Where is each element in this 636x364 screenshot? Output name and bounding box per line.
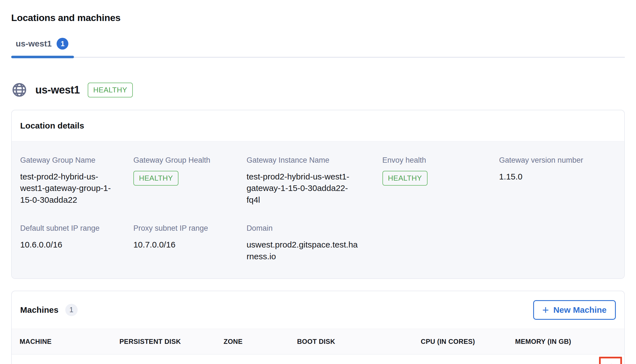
field-label: Gateway Instance Name: [247, 156, 360, 165]
location-header: us-west1 HEALTHY: [11, 82, 625, 98]
envoy-health-badge: HEALTHY: [382, 171, 428, 186]
details-row-2: Default subnet IP range 10.6.0.0/16 Prox…: [20, 224, 616, 262]
page: Locations and machines us-west1 1 us-wes…: [0, 0, 636, 364]
col-boot-disk: BOOT DISK: [289, 329, 413, 354]
trash-icon: [604, 361, 617, 364]
cell-memory: 8: [507, 354, 591, 364]
cell-cpu: 2: [413, 354, 507, 364]
machines-title: Machines: [20, 305, 59, 315]
tab-label: us-west1: [16, 39, 52, 48]
field-value: uswest.prod2.gitspace.test.harness.io: [247, 239, 360, 262]
machines-count-badge: 1: [65, 304, 78, 316]
field-value: 1.15.0: [499, 171, 593, 182]
field-value: test-prod2-hybrid-us-west1-gateway-group…: [20, 171, 111, 206]
location-name: us-west1: [35, 84, 80, 96]
col-memory: MEMORY (IN GB): [507, 329, 591, 354]
tab-us-west1[interactable]: us-west1 1: [11, 38, 74, 57]
location-details-body: Gateway Group Name test-prod2-hybrid-us-…: [12, 141, 624, 278]
col-machine: MACHINE: [12, 329, 112, 354]
field-gateway-group-health: Gateway Group Health HEALTHY: [133, 156, 247, 206]
tab-count-badge: 1: [57, 38, 68, 50]
cell-zone: us-west1-a: [216, 354, 289, 364]
globe-icon: [11, 82, 27, 98]
tabs-bar: us-west1 1: [11, 38, 625, 58]
annotation-highlight-box: [599, 357, 622, 364]
new-machine-label: New Machine: [553, 305, 607, 315]
new-machine-button[interactable]: + New Machine: [533, 300, 616, 320]
field-value: test-prod2-hybrid-us-west1-gateway-1-15-…: [247, 171, 360, 206]
field-envoy-health: Envoy health HEALTHY: [382, 156, 499, 206]
location-details-header: Location details: [12, 110, 624, 141]
field-label: Gateway version number: [499, 156, 593, 165]
machines-card: Machines 1 + New Machine MACHINE PERSIST…: [11, 291, 625, 364]
cell-boot-disk: 30GB (pd-standard): [289, 354, 413, 364]
table-header-row: MACHINE PERSISTENT DISK ZONE BOOT DISK C…: [12, 329, 624, 354]
field-label: Default subnet IP range: [20, 224, 111, 233]
col-actions: [591, 329, 624, 354]
field-gateway-instance-name: Gateway Instance Name test-prod2-hybrid-…: [247, 156, 382, 206]
gateway-group-health-badge: HEALTHY: [133, 171, 179, 186]
field-proxy-subnet: Proxy subnet IP range 10.7.0.0/16: [133, 224, 247, 262]
field-label: Domain: [247, 224, 360, 233]
location-details-card: Location details Gateway Group Name test…: [11, 110, 625, 279]
col-cpu: CPU (IN CORES): [413, 329, 507, 354]
col-zone: ZONE: [216, 329, 289, 354]
field-value: 10.7.0.0/16: [133, 239, 224, 250]
machines-header: Machines 1 + New Machine: [12, 291, 624, 329]
delete-machine-button[interactable]: [604, 361, 617, 364]
field-default-subnet: Default subnet IP range 10.6.0.0/16: [20, 224, 133, 262]
machines-table: MACHINE PERSISTENT DISK ZONE BOOT DISK C…: [12, 329, 624, 364]
field-gateway-version: Gateway version number 1.15.0: [499, 156, 616, 206]
field-label: Envoy health: [382, 156, 477, 165]
field-label: Gateway Group Health: [133, 156, 224, 165]
cell-actions: [591, 354, 624, 364]
table-row: Small 30GB (pd-balanced) us-west1-a 30GB…: [12, 354, 624, 364]
cell-persistent-disk: 30GB (pd-balanced): [112, 354, 216, 364]
field-domain: Domain uswest.prod2.gitspace.test.harnes…: [247, 224, 382, 262]
location-details-title: Location details: [20, 121, 616, 130]
field-gateway-group-name: Gateway Group Name test-prod2-hybrid-us-…: [20, 156, 133, 206]
col-persistent-disk: PERSISTENT DISK: [112, 329, 216, 354]
cell-machine: Small: [12, 354, 112, 364]
location-status-badge: HEALTHY: [88, 83, 133, 97]
field-label: Proxy subnet IP range: [133, 224, 224, 233]
field-label: Gateway Group Name: [20, 156, 111, 165]
plus-icon: +: [542, 306, 549, 314]
field-value: 10.6.0.0/16: [20, 239, 111, 250]
page-title: Locations and machines: [11, 0, 625, 23]
details-row-1: Gateway Group Name test-prod2-hybrid-us-…: [20, 156, 616, 206]
